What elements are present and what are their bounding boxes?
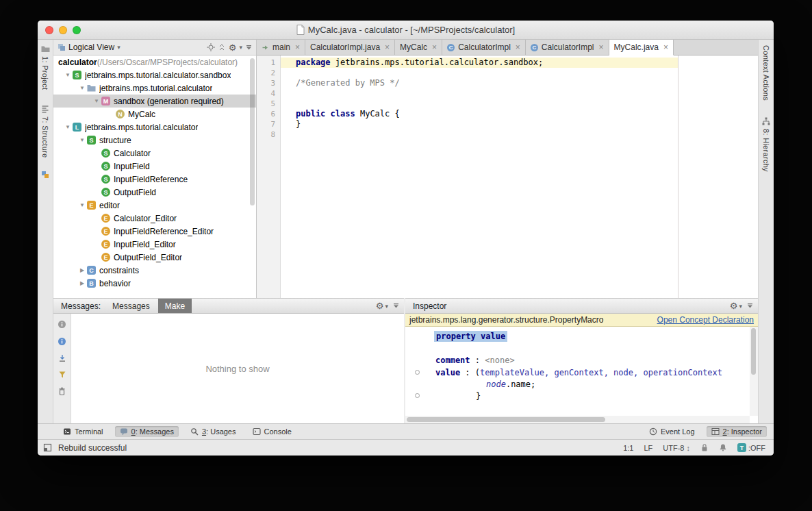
chevron-down-icon[interactable]: ▼ bbox=[77, 85, 87, 91]
run-arrow-icon bbox=[262, 44, 269, 51]
info-icon[interactable] bbox=[58, 320, 66, 329]
editor-tab-calculatorimpl-2[interactable]: C CalculatorImpl × bbox=[526, 40, 609, 55]
tree-item-solution[interactable]: ▼ S jetbrains.mps.tutorial.calculator.sa… bbox=[53, 68, 256, 82]
gear-icon[interactable]: ⚙ bbox=[376, 301, 384, 310]
tree-item-editor-inputfield[interactable]: E InputField_Editor bbox=[53, 238, 256, 251]
close-window-button[interactable] bbox=[45, 26, 53, 34]
close-icon[interactable]: × bbox=[383, 43, 390, 51]
hide-panel-icon[interactable] bbox=[245, 44, 253, 51]
toolbar-button-console[interactable]: Console bbox=[248, 426, 296, 437]
messages-tab-make[interactable]: Make bbox=[158, 299, 192, 313]
toolbar-button-terminal[interactable]: Terminal bbox=[58, 426, 108, 437]
gear-dropdown-icon[interactable]: ▾ bbox=[739, 303, 742, 310]
zoom-window-button[interactable] bbox=[73, 26, 81, 34]
tree-item-concept-inputfield[interactable]: S InputField bbox=[53, 160, 256, 173]
fold-handle-icon[interactable] bbox=[415, 393, 420, 398]
inspector-code-line: node.name; bbox=[486, 379, 535, 389]
close-icon[interactable]: × bbox=[598, 43, 604, 51]
collapse-all-icon[interactable] bbox=[218, 43, 226, 51]
chevron-down-icon[interactable]: ▼ bbox=[63, 72, 73, 78]
toolbar-button-messages[interactable]: 0: Messages bbox=[115, 426, 179, 437]
hide-panel-icon[interactable] bbox=[392, 302, 400, 310]
typing-mode-widget[interactable]: T :OFF bbox=[737, 443, 765, 452]
tree-item-concept-inputfieldreference[interactable]: S InputFieldReference bbox=[53, 173, 256, 186]
close-icon[interactable]: × bbox=[431, 43, 437, 51]
model-icon: M bbox=[101, 97, 110, 105]
chevron-right-icon[interactable]: ▶ bbox=[77, 280, 87, 286]
tree-item-structure-aspect[interactable]: ▼ S structure bbox=[53, 134, 256, 147]
right-tool-strip: Context Actions 8: Hierarchy bbox=[758, 40, 774, 423]
inspector-selected-cell[interactable]: property value bbox=[434, 332, 507, 341]
inspector-hscrollbar[interactable] bbox=[405, 416, 750, 423]
tool-window-bar: Terminal 0: Messages 3: Usages Console bbox=[38, 423, 774, 439]
open-concept-declaration-link[interactable]: Open Concept Declaration bbox=[650, 315, 754, 325]
tool-button-context-actions[interactable]: Context Actions bbox=[759, 40, 774, 101]
gear-dropdown-icon[interactable]: ▾ bbox=[239, 44, 242, 51]
view-selector[interactable]: Logical View bbox=[68, 42, 114, 52]
close-icon[interactable]: × bbox=[514, 43, 520, 51]
editor-tab-mycalc-java-active[interactable]: MyCalc.java × bbox=[609, 40, 674, 55]
toolbar-button-usages[interactable]: 3: Usages bbox=[186, 426, 241, 437]
code-area[interactable]: package jetbrains.mps.tutorial.calculato… bbox=[281, 55, 758, 298]
tree-item-models-folder[interactable]: ▼ jetbrains.mps.tutorial.calculator bbox=[53, 82, 256, 95]
inspector-editor[interactable]: property value comment : <none> value : … bbox=[405, 327, 758, 423]
tool-button-misc[interactable] bbox=[38, 165, 53, 179]
tool-button-project[interactable]: 1: Project bbox=[38, 40, 53, 90]
toolbar-button-label: Terminal bbox=[75, 427, 103, 436]
tree-item-language[interactable]: ▼ L jetbrains.mps.tutorial.calculator bbox=[53, 121, 256, 134]
inspector-vscrollbar[interactable] bbox=[750, 327, 758, 416]
tree-item-behavior-aspect[interactable]: ▶ B behavior bbox=[53, 277, 256, 290]
tree-item-editor-outputfield[interactable]: E OutputField_Editor bbox=[53, 251, 256, 264]
close-icon[interactable]: × bbox=[662, 43, 668, 51]
gear-icon[interactable]: ⚙ bbox=[730, 301, 738, 310]
trash-icon[interactable] bbox=[58, 387, 66, 396]
encoding-widget[interactable]: UTF-8↕ bbox=[663, 444, 690, 452]
editor-tab-main[interactable]: main × bbox=[257, 40, 305, 55]
minimize-window-button[interactable] bbox=[59, 26, 67, 34]
chevron-down-icon[interactable]: ▼ bbox=[77, 137, 87, 143]
tree-item-concept-outputfield[interactable]: S OutputField bbox=[53, 186, 256, 199]
tree-item-mycalc-node[interactable]: N MyCalc bbox=[53, 108, 256, 121]
title-bar[interactable]: MyCalc.java - calculator - [~/MPSProject… bbox=[38, 21, 774, 40]
toolbar-button-label: Event Log bbox=[661, 427, 695, 436]
tree-item-concept-calculator[interactable]: S Calculator bbox=[53, 147, 256, 160]
chevron-down-icon[interactable]: ▼ bbox=[63, 124, 73, 130]
lock-icon[interactable] bbox=[700, 443, 709, 452]
hide-panel-icon[interactable] bbox=[746, 302, 754, 310]
tool-button-structure[interactable]: 7: Structure bbox=[38, 99, 53, 158]
export-icon[interactable] bbox=[58, 354, 66, 362]
editor-tab-calculatorimpl-java[interactable]: CalculatorImpl.java × bbox=[305, 40, 395, 55]
close-icon[interactable]: × bbox=[294, 43, 300, 51]
tree-item-constraints-aspect[interactable]: ▶ C constraints bbox=[53, 264, 256, 277]
tool-button-hierarchy[interactable]: 8: Hierarchy bbox=[759, 112, 774, 172]
console-icon bbox=[253, 427, 261, 436]
chevron-down-icon[interactable]: ▾ bbox=[117, 44, 120, 51]
caret-position-widget[interactable]: 1:1 bbox=[623, 444, 633, 452]
tree-item-project-root[interactable]: calculator (/Users/Oscar/MPSProjects/cal… bbox=[53, 55, 256, 68]
tab-label: main bbox=[272, 42, 290, 52]
editor-tab-mycalc[interactable]: MyCalc × bbox=[395, 40, 442, 55]
gear-icon[interactable]: ⚙ bbox=[229, 43, 237, 52]
chevron-down-icon[interactable]: ▼ bbox=[92, 98, 101, 104]
editor-aspect-icon: E bbox=[87, 201, 96, 210]
filter-icon[interactable] bbox=[58, 371, 66, 379]
chevron-right-icon[interactable]: ▶ bbox=[77, 267, 87, 273]
tree-item-editor-aspect[interactable]: ▼ E editor bbox=[53, 199, 256, 212]
toolbar-button-inspector[interactable]: 2: Inspector bbox=[707, 426, 767, 437]
fold-handle-icon[interactable] bbox=[415, 370, 420, 375]
notifications-bell-icon[interactable] bbox=[719, 443, 727, 452]
tree-item-editor-inputfieldreference[interactable]: E InputFieldReference_Editor bbox=[53, 225, 256, 238]
line-separator-widget[interactable]: LF bbox=[644, 444, 652, 452]
tree-item-sandbox-model[interactable]: ▼ M sandbox (generation required) bbox=[53, 95, 256, 108]
locate-icon[interactable] bbox=[207, 43, 215, 51]
messages-tab-messages[interactable]: Messages bbox=[105, 299, 157, 313]
editor-tab-calculatorimpl-1[interactable]: C CalculatorImpl × bbox=[442, 40, 526, 55]
toolbar-button-event-log[interactable]: Event Log bbox=[644, 426, 700, 437]
balloon-info-icon[interactable] bbox=[58, 337, 66, 346]
code-text: : bbox=[470, 356, 485, 365]
gear-dropdown-icon[interactable]: ▾ bbox=[385, 303, 388, 310]
tree-item-editor-calculator[interactable]: E Calculator_Editor bbox=[53, 212, 256, 225]
tool-window-switcher-icon[interactable] bbox=[43, 443, 52, 452]
chevron-down-icon[interactable]: ▼ bbox=[77, 202, 87, 208]
tree-scrollbar[interactable] bbox=[250, 58, 255, 205]
